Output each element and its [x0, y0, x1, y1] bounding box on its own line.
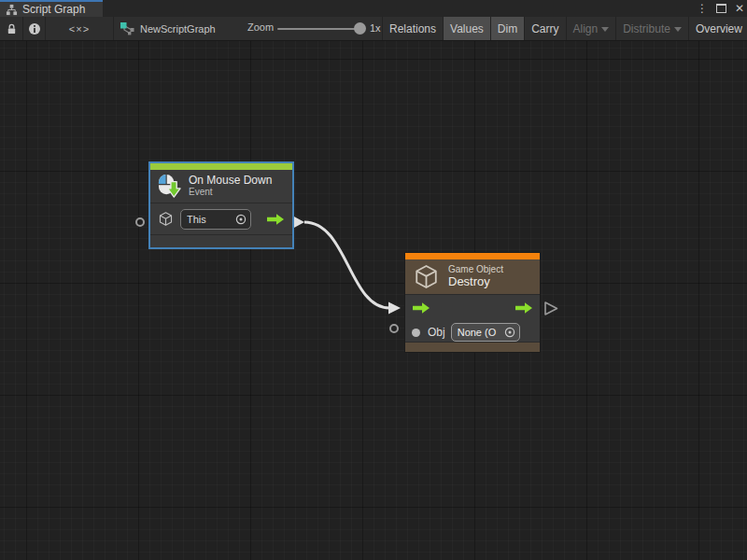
script-graph-asset-icon [120, 21, 134, 35]
close-icon[interactable]: ✕ [735, 3, 744, 14]
tab-bar: Script Graph ⋮ ✕ [0, 0, 747, 17]
destroy-flow-row [405, 295, 540, 320]
window-controls: ⋮ ✕ [697, 0, 744, 17]
graph-name: NewScriptGraph [140, 23, 216, 35]
game-object-cube-icon [413, 263, 440, 290]
lock-button[interactable] [0, 17, 23, 40]
event-node-title: On Mouse Down [189, 175, 272, 188]
connection-layer [0, 41, 747, 560]
script-graph-window: Script Graph ⋮ ✕ <×> [0, 0, 747, 560]
graph-toolbar: <×> NewScriptGraph Zoom 1x Relations Val… [0, 17, 747, 41]
info-icon [28, 22, 41, 35]
node-destroy[interactable]: Game Object Destroy Obj None (O [404, 252, 541, 353]
object-port-dot[interactable] [412, 329, 420, 337]
destroy-node-header: Game Object Destroy [405, 259, 540, 295]
graph-canvas[interactable]: On Mouse Down Event This [0, 41, 747, 560]
destroy-node-title: Destroy [448, 275, 503, 289]
node-on-mouse-down[interactable]: On Mouse Down Event This [148, 161, 294, 249]
carry-toggle[interactable]: Carry [525, 17, 566, 40]
destroy-object-port[interactable] [389, 324, 399, 333]
flow-output-arrow-icon[interactable] [514, 301, 533, 315]
maximize-icon[interactable] [716, 4, 726, 13]
event-node-footer [150, 235, 292, 245]
destroy-object-value: None (O [458, 327, 504, 338]
chevron-down-icon [674, 27, 682, 32]
object-picker-icon[interactable] [235, 214, 247, 225]
event-accent-strip [150, 163, 292, 170]
overview-button[interactable]: Overview [689, 17, 747, 40]
values-toggle[interactable]: Values [444, 17, 491, 40]
zoom-value: 1x [370, 22, 381, 34]
event-node-body: This [150, 203, 292, 235]
zoom-label: Zoom [247, 21, 274, 33]
object-picker-icon[interactable] [504, 327, 515, 338]
object-input-label: Obj [428, 326, 445, 339]
flow-connection-wire[interactable] [304, 222, 389, 308]
game-object-cube-icon [158, 211, 174, 227]
destroy-node-footer [405, 342, 540, 352]
wire-destination-arrow[interactable] [388, 302, 401, 315]
wire-source-triangle[interactable] [293, 217, 304, 229]
flow-input-arrow-icon[interactable] [412, 301, 430, 315]
destroy-accent-strip [405, 253, 540, 259]
event-target-value: This [187, 214, 235, 225]
destroy-object-field[interactable]: None (O [451, 323, 520, 342]
graph-hierarchy-icon [6, 4, 18, 16]
chevron-down-icon [601, 27, 609, 32]
event-node-header: On Mouse Down Event [150, 170, 292, 203]
event-target-port[interactable] [135, 217, 145, 227]
event-target-field[interactable]: This [180, 209, 251, 230]
window-menu-icon[interactable]: ⋮ [697, 3, 708, 14]
lock-icon [6, 22, 18, 35]
dim-toggle[interactable]: Dim [491, 17, 525, 40]
zoom-slider-handle[interactable] [354, 22, 366, 35]
tab-title: Script Graph [22, 3, 85, 16]
tab-script-graph[interactable]: Script Graph [0, 0, 103, 17]
distribute-label: Distribute [623, 22, 670, 35]
distribute-dropdown[interactable]: Distribute [616, 17, 689, 40]
event-node-subtitle: Event [189, 187, 272, 198]
code-view-button[interactable]: <×> [46, 17, 114, 40]
flow-output-arrow-icon[interactable] [266, 213, 285, 226]
zoom-slider-track[interactable] [277, 28, 359, 30]
relations-toggle[interactable]: Relations [383, 17, 444, 40]
graph-reference[interactable]: NewScriptGraph [120, 17, 216, 40]
align-label: Align [573, 22, 599, 35]
toolbar-toggle-group: Relations Values Dim Carry Align Distrib… [382, 17, 747, 40]
mouse-down-icon [158, 174, 181, 199]
align-dropdown[interactable]: Align [567, 17, 617, 40]
info-button[interactable] [23, 17, 46, 40]
destroy-output-port-triangle[interactable] [545, 302, 557, 315]
